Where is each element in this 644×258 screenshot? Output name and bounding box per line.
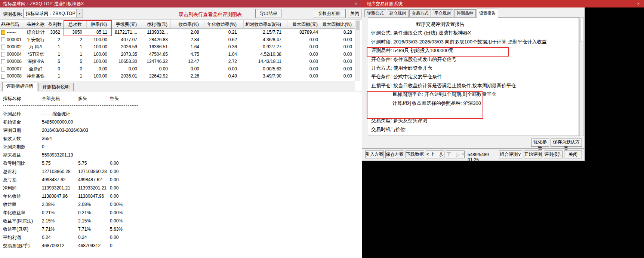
- table-row[interactable]: 000008 神州高铁 1 1 100.00 2036.01 22642.92 …: [0, 73, 355, 80]
- report-scrollbar[interactable]: [579, 17, 584, 136]
- column-header[interactable]: 总次数: [63, 20, 87, 29]
- download-data-button[interactable]: 下载数据: [406, 151, 424, 158]
- close-dialog-button[interactable]: 关闭: [564, 151, 582, 158]
- max-drawdown-ratio-cell: 8.28: [321, 29, 355, 36]
- column-header[interactable]: 最大回撤(元): [287, 20, 321, 29]
- list-item: 年化收益 11380847.96 11380847.96 0.00: [0, 192, 362, 200]
- export-results-button[interactable]: 导出结果: [255, 9, 281, 18]
- metric-long: 5.75: [78, 159, 110, 167]
- max-drawdown-cell: 0.00: [287, 51, 321, 58]
- table-scrollbar[interactable]: [355, 20, 360, 81]
- symbol-code-cell: 000008: [0, 73, 23, 80]
- chevron-down-icon[interactable]: ▾: [76, 9, 83, 18]
- annual-return-cell: 0.21: [204, 29, 244, 36]
- metric-long: 468709312: [78, 242, 110, 250]
- column-header[interactable]: 胜率(%): [87, 20, 110, 29]
- total-count-cell: 1: [63, 73, 87, 80]
- metric-name: 盈亏时间比: [0, 159, 42, 167]
- metric-short: 0.00: [110, 167, 362, 176]
- metric-name: 交易量(股/手): [0, 242, 42, 250]
- column-header[interactable]: 品种名称: [23, 20, 48, 29]
- return-cell: 1.64: [171, 43, 204, 51]
- symbol-icon: [1, 45, 5, 49]
- alpha-beta-cell: 4.36/8.47: [244, 36, 287, 44]
- scrollbar-thumb[interactable]: [356, 21, 360, 30]
- condition-combobox[interactable]: 指标星球网：ZBXQ.TOP ▾: [23, 9, 83, 18]
- close-icon[interactable]: ×: [353, 0, 359, 7]
- fee-cell: 2073.35: [110, 51, 140, 58]
- evaluation-report-button[interactable]: 评测报告: [544, 151, 563, 158]
- close-button[interactable]: 关闭: [348, 9, 361, 18]
- column-header[interactable]: 最大回撤比(%): [321, 20, 355, 29]
- metric-short: [110, 118, 362, 126]
- net-profit-cell: 1139332...: [140, 29, 171, 36]
- win-rate-cell: 100.00: [87, 51, 110, 58]
- right-window-titlebar: 程序交易评测系统 ×: [362, 0, 644, 7]
- double-click-hint: 双击列表行查看品种评测图表: [179, 11, 242, 18]
- alpha-beta-cell: 4.52/10.38: [244, 51, 287, 58]
- max-drawdown-ratio-cell: 0.00: [321, 43, 355, 51]
- list-item: 收益率(贝塔) 7.71% 7.71% 5.63%: [0, 225, 362, 233]
- max-drawdown-cell: 0.00: [287, 58, 321, 66]
- table-row[interactable]: 000001 平安银行 2 2 100.00 4077.07 28426.83 …: [0, 36, 355, 44]
- metric-all: 0.21%: [42, 209, 78, 217]
- alpha-beta-cell: 0.92/7.27: [244, 43, 287, 51]
- column-header[interactable]: 手续费(元): [110, 20, 140, 29]
- column-header[interactable]: 品种代码: [0, 20, 23, 29]
- scrollbar-thumb[interactable]: [580, 19, 583, 42]
- save-as-default-button[interactable]: 保存为默认方案: [551, 139, 582, 147]
- column-header[interactable]: 净利润(元): [140, 20, 171, 29]
- condition-label: 评测条件:: [3, 11, 22, 18]
- column-header[interactable]: 收益率(%): [171, 20, 204, 29]
- metric-long: [78, 118, 110, 126]
- metric-all: 468709312: [42, 242, 78, 250]
- report-line: 交易时机与价位:: [371, 125, 579, 134]
- tab-symbols[interactable]: 评测品种: [454, 9, 476, 17]
- tab-settings-report[interactable]: 设置报告: [477, 9, 498, 18]
- list-item: 总盈利 127103860.28 127103860.28 0.00: [0, 167, 362, 176]
- table-row[interactable]: 000006 深振业A 5 5 100.00 10653.30 124746.3…: [0, 58, 355, 66]
- table-row[interactable]: 000007 全新好 0 0 0.00 0.00 0.00 0.00 0.00 …: [0, 66, 355, 73]
- start-evaluation-button[interactable]: 开始评测: [524, 151, 542, 158]
- total-count-cell: 5: [63, 58, 87, 66]
- metric-long: 11380847.96: [78, 192, 110, 200]
- import-plan-button[interactable]: 引入方案: [365, 151, 384, 158]
- table-row[interactable]: ------ 综合统计 3362 3950 85.11 8172171.... …: [0, 29, 355, 36]
- switch-analysis-chart-button[interactable]: 切换分析图: [313, 9, 346, 18]
- tab-close-rules[interactable]: 平仓规则: [432, 9, 453, 17]
- tab-indicator-notes[interactable]: 评测指标说明: [38, 83, 74, 91]
- save-plan-button[interactable]: 保存方案: [385, 151, 404, 158]
- max-drawdown-cell: 0.00: [287, 43, 321, 51]
- column-header[interactable]: 年化收益率(%): [204, 20, 244, 29]
- prev-step-button[interactable]: < 上一步: [426, 151, 444, 158]
- column-header[interactable]: 相对收益率α/β(%): [244, 20, 287, 29]
- metric-long: 2.08%: [78, 200, 110, 209]
- total-count-cell: 3950: [63, 29, 87, 36]
- symbol-code-cell: ------: [0, 29, 23, 36]
- total-count-cell: 1: [63, 51, 87, 58]
- win-rate-cell: 85.11: [87, 29, 110, 36]
- metric-short: 0.00%: [110, 200, 362, 209]
- details-header: 全部交易: [42, 94, 78, 103]
- optimize-params-button[interactable]: 优化参数: [531, 139, 549, 147]
- metric-short: 0: [110, 242, 362, 250]
- symbol-code-cell: 000004: [0, 51, 23, 58]
- tab-trade-mode[interactable]: 交易方式: [409, 9, 431, 17]
- details-header: 指标名称: [0, 94, 42, 103]
- combo-evaluation-button[interactable]: 组合评测∨: [499, 151, 522, 158]
- close-icon[interactable]: ×: [635, 0, 641, 7]
- column-header[interactable]: 盈利数: [48, 20, 63, 29]
- win-count-cell: 1: [48, 73, 63, 80]
- table-row[interactable]: 000004 *ST国华 1 1 100.00 2073.35 47504.65…: [0, 51, 355, 58]
- table-row[interactable]: 000002 万 科A 1 1 100.00 2026.59 16386.51 …: [0, 43, 355, 51]
- symbol-name-cell: 深振业A: [23, 58, 48, 66]
- left-window-title: 指标星球网：ZBXQ.TOP-逆袭打板神器X: [3, 1, 84, 6]
- metric-name: 评测品种: [0, 110, 42, 118]
- metric-name: 总亏损: [0, 176, 42, 184]
- report-line: 计算相对收益率选择的参照品种: 沪深300: [371, 99, 579, 107]
- tab-formula[interactable]: 评测公式: [364, 9, 386, 17]
- return-cell: 0.00: [171, 66, 204, 73]
- tab-indicator-details[interactable]: 评测指标详情: [2, 82, 37, 91]
- tab-open-rules[interactable]: 建仓规则: [387, 9, 409, 17]
- metric-long: 0.21%: [78, 209, 110, 217]
